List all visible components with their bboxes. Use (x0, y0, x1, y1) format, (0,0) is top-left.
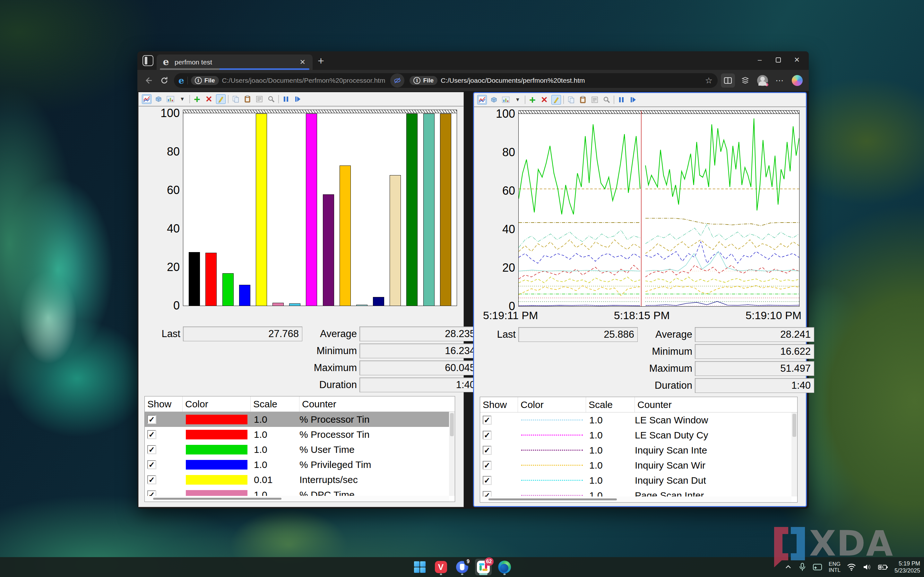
legend-row[interactable]: ✓1.0LE Scan Duty Cy (480, 427, 797, 443)
collections-icon[interactable] (738, 73, 752, 87)
file-protocol-chip-left[interactable]: i File (191, 76, 219, 85)
studio-effects-icon[interactable] (813, 563, 822, 571)
scale-value: 1.0 (250, 459, 299, 470)
change-graph-type-icon[interactable] (166, 94, 175, 104)
site-info-icon[interactable]: i (414, 77, 420, 84)
properties-icon[interactable] (590, 95, 599, 105)
tray-chevron-icon[interactable] (784, 563, 792, 571)
battery-icon[interactable] (878, 564, 888, 571)
legend-horizontal-scrollbar[interactable] (145, 496, 449, 501)
legend-row[interactable]: ✓1.0% Processor Tin (145, 427, 455, 442)
show-checkbox[interactable]: ✓ (483, 431, 491, 439)
highlight-icon[interactable] (551, 95, 561, 105)
site-info-icon[interactable]: i (195, 77, 202, 84)
clock[interactable]: 5:19 PM 5/23/2025 (895, 560, 920, 574)
graph-type-dropdown-icon[interactable]: ▼ (178, 94, 187, 104)
copilot-icon[interactable] (790, 73, 804, 87)
freeze-display-icon[interactable] (281, 94, 291, 104)
add-counter-icon[interactable]: + (528, 95, 537, 105)
update-data-icon[interactable] (293, 94, 303, 104)
settings-menu-icon[interactable]: ⋯ (773, 73, 787, 87)
stats-right: Last 25.886 Average 28.241 Minimum 16.62… (496, 327, 800, 393)
legend-row[interactable]: ✓1.0LE Scan Window (480, 413, 797, 427)
close-button[interactable]: ✕ (788, 53, 806, 67)
show-checkbox[interactable]: ✓ (147, 460, 156, 469)
vivaldi-taskbar-icon[interactable]: V (433, 559, 449, 575)
zoom-icon[interactable] (267, 94, 276, 104)
view-chart-icon[interactable] (142, 94, 152, 104)
copy-properties-icon[interactable] (566, 95, 576, 105)
url-right[interactable]: C:/Users/joaoc/Documents/perfmon%20test.… (441, 77, 585, 84)
tab-title: perfmon test (174, 58, 297, 66)
legend-row[interactable]: ✓1.0Inquiry Scan Inte (480, 443, 797, 458)
unlink-split-icon[interactable] (390, 73, 404, 87)
series-line (645, 265, 799, 277)
back-icon[interactable] (142, 74, 155, 87)
y-axis-tick: 80 (167, 145, 180, 158)
paste-counter-list-icon[interactable] (578, 95, 588, 105)
split-screen-button[interactable] (721, 73, 735, 87)
url-left[interactable]: C:/Users/joaoc/Documents/Perfmon%20proce… (222, 77, 386, 84)
slack-taskbar-icon[interactable]: 62 (475, 559, 492, 575)
show-checkbox[interactable]: ✓ (483, 461, 491, 469)
wifi-icon[interactable] (847, 563, 856, 571)
legend-vertical-scrollbar[interactable] (449, 412, 455, 496)
new-tab-button[interactable]: + (318, 56, 324, 65)
legend-row[interactable]: ✓1.0% Privileged Tim (145, 457, 455, 472)
properties-icon[interactable] (255, 94, 264, 104)
delete-counter-icon[interactable]: ✕ (540, 95, 549, 105)
refresh-icon[interactable] (158, 74, 171, 87)
minimize-button[interactable]: – (750, 53, 769, 67)
maximize-button[interactable] (769, 53, 788, 67)
show-checkbox[interactable]: ✓ (483, 416, 491, 424)
scale-value: 1.0 (250, 414, 299, 425)
favorite-star-icon[interactable]: ☆ (703, 76, 714, 85)
copy-properties-icon[interactable] (231, 94, 241, 104)
address-bar[interactable]: e i File C:/Users/joaoc/Documents/Perfmo… (174, 73, 718, 88)
legend-vertical-scrollbar[interactable] (792, 413, 797, 496)
zoom-icon[interactable] (602, 95, 611, 105)
tab-actions-icon[interactable] (142, 55, 153, 66)
show-checkbox[interactable]: ✓ (147, 430, 156, 439)
add-counter-icon[interactable]: + (192, 94, 202, 104)
legend-row[interactable]: ✓1.0% Processor Tin (145, 412, 455, 427)
bar (423, 114, 435, 306)
counter-name: LE Scan Duty Cy (635, 430, 797, 441)
show-checkbox[interactable]: ✓ (483, 476, 491, 485)
highlight-icon[interactable] (216, 94, 226, 104)
start-button[interactable] (412, 559, 428, 575)
profile-avatar[interactable] (756, 73, 770, 87)
microphone-icon[interactable] (798, 562, 806, 572)
counter-legend-right: Show Color Scale Counter ✓1.0LE Scan Win… (480, 397, 798, 503)
bar (406, 114, 418, 306)
edge-taskbar-icon[interactable] (496, 559, 513, 575)
color-swatch (186, 430, 247, 439)
show-checkbox[interactable]: ✓ (147, 445, 156, 454)
delete-counter-icon[interactable]: ✕ (204, 94, 214, 104)
view-chart-icon[interactable] (477, 95, 487, 105)
tab-close-icon[interactable]: ✕ (297, 57, 308, 67)
show-checkbox[interactable]: ✓ (483, 446, 491, 455)
show-checkbox[interactable]: ✓ (147, 415, 156, 424)
phone-app-taskbar-icon[interactable]: 9 (454, 559, 470, 575)
legend-row[interactable]: ✓1.0% User Time (145, 442, 455, 457)
update-data-icon[interactable] (628, 95, 638, 105)
change-graph-type-icon[interactable] (501, 95, 510, 105)
volume-icon[interactable] (863, 563, 871, 571)
scale-value: 1.0 (586, 430, 635, 441)
paste-counter-list-icon[interactable] (242, 94, 252, 104)
view-log-icon[interactable] (154, 94, 163, 104)
legend-horizontal-scrollbar[interactable] (480, 496, 792, 502)
view-log-icon[interactable] (489, 95, 499, 105)
toolbar-separator (228, 95, 228, 103)
show-checkbox[interactable]: ✓ (147, 475, 156, 484)
bar (339, 166, 351, 306)
graph-type-dropdown-icon[interactable]: ▼ (513, 95, 522, 105)
legend-row[interactable]: ✓1.0Inquiry Scan Wir (480, 458, 797, 473)
freeze-display-icon[interactable] (617, 95, 626, 105)
legend-row[interactable]: ✓0.01Interrupts/sec (145, 472, 455, 487)
file-protocol-chip-right[interactable]: i File (410, 76, 438, 85)
series-line (645, 224, 799, 244)
tab-perfmon-test[interactable]: e perfmon test ✕ (157, 55, 313, 70)
legend-row[interactable]: ✓1.0Inquiry Scan Dut (480, 473, 797, 488)
